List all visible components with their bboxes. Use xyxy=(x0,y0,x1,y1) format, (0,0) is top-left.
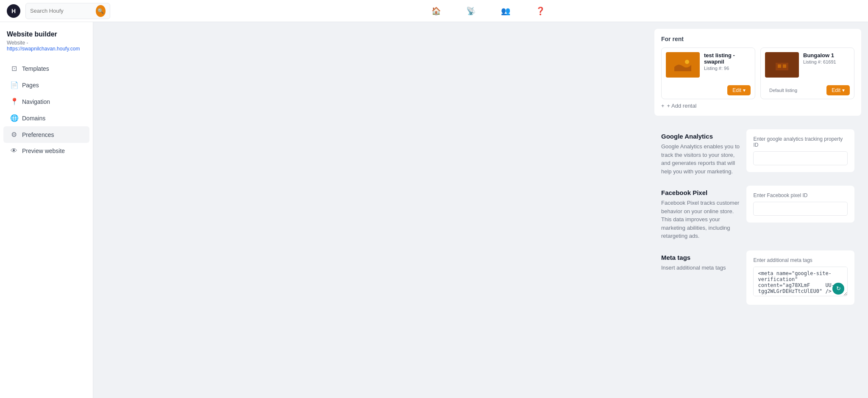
meta-tags-description: Insert additional meta tags xyxy=(661,264,740,272)
edit-label-0: Edit xyxy=(732,87,741,93)
templates-icon: ⊡ xyxy=(10,64,18,72)
rental-card-listing-1: Listing #: 61691 xyxy=(803,59,850,64)
google-analytics-card: Enter google analytics tracking property… xyxy=(746,129,854,172)
topbar: H 🔍 🏠 📡 👥 ❓ xyxy=(0,0,868,22)
edit-label-1: Edit xyxy=(832,87,840,93)
meta-content-wrapper: <meta name="google-site-verification" co… xyxy=(753,267,848,298)
google-analytics-desc: Google Analytics Google Analytics enable… xyxy=(661,129,740,179)
google-analytics-row: Google Analytics Google Analytics enable… xyxy=(661,129,854,179)
rental-card-name-0: test listing - swapnil xyxy=(704,52,751,65)
sidebar-title: Website builder xyxy=(0,31,93,40)
facebook-pixel-title: Facebook Pixel xyxy=(661,189,740,196)
facebook-pixel-row: Facebook Pixel Facebook Pixel tracks cus… xyxy=(661,186,854,244)
add-rental-button[interactable]: + + Add rental xyxy=(661,99,854,109)
meta-tags-row: Meta tags Insert additional meta tags En… xyxy=(661,250,854,305)
google-analytics-input[interactable] xyxy=(753,151,848,165)
main-layout: Website builder Website - https://swapni… xyxy=(0,22,868,398)
rental-card-image-0 xyxy=(666,52,700,78)
sidebar-website-url[interactable]: https://swapnilchavan.houfy.com xyxy=(7,46,80,52)
domains-icon: 🌐 xyxy=(10,114,18,122)
sidebar-website-label: Website - xyxy=(7,40,28,46)
search-input[interactable] xyxy=(30,8,93,14)
meta-refresh-button[interactable]: ↻ xyxy=(832,283,844,295)
default-listing-badge: Default listing xyxy=(765,86,801,95)
google-analytics-title: Google Analytics xyxy=(661,133,740,140)
meta-tags-desc: Meta tags Insert additional meta tags xyxy=(661,250,740,276)
rental-card-footer-0: Edit ▾ xyxy=(662,82,755,99)
facebook-pixel-card: Enter Facebook pixel ID xyxy=(746,186,854,223)
sidebar-item-templates[interactable]: ⊡ Templates xyxy=(3,60,89,77)
rental-card-footer-1: Default listing Edit ▾ xyxy=(761,82,854,99)
rental-card-info-1: Bungalow 1 Listing #: 61691 xyxy=(803,52,850,64)
for-rent-title: For rent xyxy=(661,36,854,42)
add-rental-icon: + xyxy=(661,103,665,109)
search-bar: 🔍 xyxy=(25,3,110,19)
facebook-pixel-card-label: Enter Facebook pixel ID xyxy=(753,192,848,198)
sidebar-item-pages[interactable]: 📄 Pages xyxy=(3,77,89,93)
rental-card-inner-0: test listing - swapnil Listing #: 96 xyxy=(662,48,755,82)
sidebar-item-navigation-label: Navigation xyxy=(22,98,50,105)
nav-feed-icon[interactable]: 📡 xyxy=(466,6,476,16)
rental-card-listing-0: Listing #: 96 xyxy=(704,66,751,71)
sidebar-item-preferences-label: Preferences xyxy=(22,131,54,138)
logo[interactable]: H xyxy=(7,4,20,18)
sidebar-item-navigation[interactable]: 📍 Navigation xyxy=(3,93,89,110)
sidebar-item-preview-label: Preview website xyxy=(22,148,65,154)
google-analytics-description: Google Analytics enables you to track th… xyxy=(661,142,740,175)
edit-button-1[interactable]: Edit ▾ xyxy=(826,85,850,95)
for-rent-section: For rent test listing - swapn xyxy=(654,29,861,116)
pages-icon: 📄 xyxy=(10,81,18,89)
svg-point-1 xyxy=(685,60,689,64)
meta-tags-card-label: Enter additional meta tags xyxy=(753,257,848,263)
analytics-wrapper: Google Analytics Google Analytics enable… xyxy=(654,122,861,312)
middle-content xyxy=(93,22,648,398)
nav-home-icon[interactable]: 🏠 xyxy=(431,6,441,16)
edit-dropdown-icon-0: ▾ xyxy=(743,87,746,93)
facebook-pixel-description: Facebook Pixel tracks customer behavior … xyxy=(661,199,740,240)
sidebar-item-domains[interactable]: 🌐 Domains xyxy=(3,110,89,126)
rental-card-inner-1: Bungalow 1 Listing #: 61691 xyxy=(761,48,854,82)
rental-card-name-1: Bungalow 1 xyxy=(803,52,850,58)
edit-dropdown-icon-1: ▾ xyxy=(842,87,845,93)
rental-card-0: test listing - swapnil Listing #: 96 Edi… xyxy=(661,47,755,99)
preview-icon: 👁 xyxy=(10,147,18,155)
svg-rect-3 xyxy=(776,63,788,70)
nav-help-icon[interactable]: ❓ xyxy=(536,6,545,16)
rental-card-image-1 xyxy=(765,52,799,78)
sidebar: Website builder Website - https://swapni… xyxy=(0,22,93,398)
sidebar-item-domains-label: Domains xyxy=(22,115,45,122)
logo-text: H xyxy=(11,8,16,14)
sidebar-subtitle: Website - https://swapnilchavan.houfy.co… xyxy=(0,40,93,60)
sidebar-item-preferences[interactable]: ⚙ Preferences xyxy=(3,126,89,143)
sidebar-item-preview[interactable]: 👁 Preview website xyxy=(3,143,89,159)
meta-tags-title: Meta tags xyxy=(661,254,740,261)
facebook-pixel-desc: Facebook Pixel Facebook Pixel tracks cus… xyxy=(661,186,740,244)
sidebar-item-pages-label: Pages xyxy=(22,82,39,89)
meta-tags-card: Enter additional meta tags <meta name="g… xyxy=(746,250,854,305)
facebook-pixel-input[interactable] xyxy=(753,202,848,216)
edit-button-0[interactable]: Edit ▾ xyxy=(727,85,751,95)
svg-rect-5 xyxy=(783,64,786,68)
right-panel: For rent test listing - swapn xyxy=(648,22,868,398)
nav-community-icon[interactable]: 👥 xyxy=(501,6,510,16)
sidebar-item-templates-label: Templates xyxy=(22,65,49,72)
rental-card-info-0: test listing - swapnil Listing #: 96 xyxy=(704,52,751,71)
search-button[interactable]: 🔍 xyxy=(96,5,106,17)
navigation-icon: 📍 xyxy=(10,97,18,106)
add-rental-label: + Add rental xyxy=(667,103,697,109)
rental-card-1: Bungalow 1 Listing #: 61691 Default list… xyxy=(760,47,854,99)
preferences-icon: ⚙ xyxy=(10,131,18,139)
svg-rect-4 xyxy=(778,64,781,68)
top-nav: 🏠 📡 👥 ❓ xyxy=(115,6,861,16)
google-analytics-card-label: Enter google analytics tracking property… xyxy=(753,136,848,148)
rental-cards: test listing - swapnil Listing #: 96 Edi… xyxy=(661,47,854,99)
